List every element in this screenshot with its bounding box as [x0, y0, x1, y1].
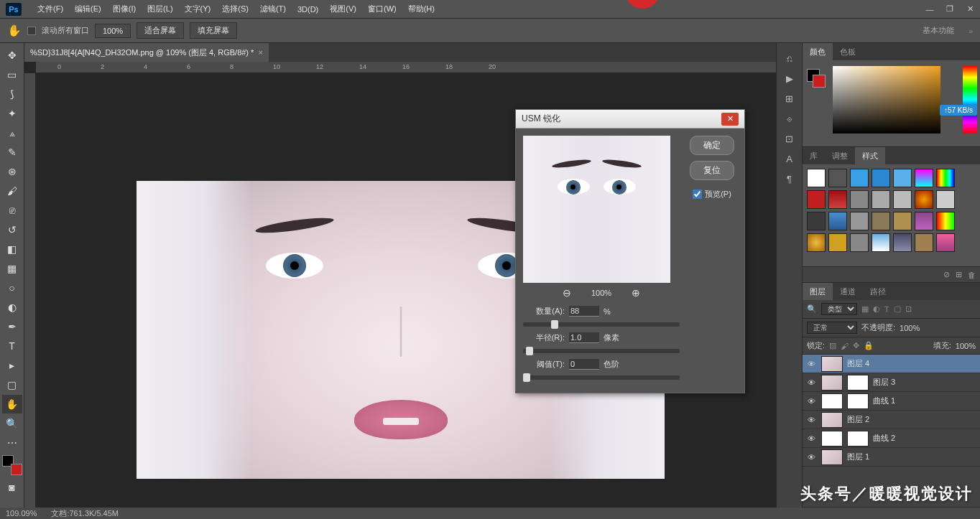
menu-file[interactable]: 文件(F): [32, 4, 69, 14]
delete-style-icon[interactable]: 🗑: [968, 271, 976, 279]
window-minimize[interactable]: —: [920, 2, 940, 17]
style-swatch[interactable]: [893, 233, 912, 252]
style-swatch[interactable]: [807, 233, 826, 252]
style-swatch[interactable]: [872, 190, 890, 209]
blend-mode-select[interactable]: 正常: [807, 322, 857, 334]
style-swatch[interactable]: [936, 169, 955, 187]
lock-position-icon[interactable]: ✥: [853, 341, 859, 350]
tab-adjustments[interactable]: 调整: [825, 147, 855, 164]
visibility-toggle-icon[interactable]: 👁: [805, 453, 817, 462]
style-swatch[interactable]: [915, 212, 933, 230]
style-swatch[interactable]: [807, 190, 826, 209]
tab-color[interactable]: 颜色: [803, 43, 833, 60]
dodge-tool[interactable]: ◐: [2, 298, 22, 317]
style-swatch[interactable]: [850, 212, 869, 230]
opacity-value[interactable]: 100%: [900, 324, 920, 332]
eyedropper-tool[interactable]: ✎: [2, 143, 22, 162]
style-swatch[interactable]: [807, 212, 826, 230]
background-color[interactable]: [11, 464, 22, 475]
menu-edit[interactable]: 编辑(E): [69, 4, 107, 14]
tab-close-icon[interactable]: ×: [258, 48, 262, 57]
layer-row[interactable]: 👁曲线 1: [803, 392, 980, 411]
workspace-switcher[interactable]: 基本功能: [914, 23, 963, 38]
style-swatch[interactable]: [850, 169, 869, 187]
filter-shape-icon[interactable]: ▢: [894, 304, 901, 314]
dialog-titlebar[interactable]: USM 锐化 ✕: [516, 110, 744, 128]
layer-mask-thumbnail[interactable]: [847, 393, 869, 409]
style-swatch[interactable]: [893, 190, 912, 209]
visibility-toggle-icon[interactable]: 👁: [805, 397, 817, 406]
radius-slider[interactable]: [523, 349, 680, 353]
brush-settings-icon[interactable]: ⊡: [780, 129, 800, 148]
path-select-tool[interactable]: ▸: [2, 356, 22, 375]
lock-trans-icon[interactable]: ▨: [829, 341, 836, 350]
tab-paths[interactable]: 路径: [863, 283, 893, 300]
tab-channels[interactable]: 通道: [833, 283, 863, 300]
crop-tool[interactable]: ⟁: [2, 123, 22, 142]
style-swatch[interactable]: [828, 212, 847, 230]
brushes-panel-icon[interactable]: ⟐: [780, 109, 800, 128]
menu-type[interactable]: 文字(Y): [179, 4, 217, 14]
marquee-tool[interactable]: ▭: [2, 65, 22, 84]
quickmask-toggle[interactable]: ◙: [2, 478, 22, 497]
style-swatch[interactable]: [893, 169, 912, 187]
style-swatch[interactable]: [850, 190, 869, 209]
filter-pixel-icon[interactable]: ▦: [861, 304, 869, 314]
document-tab[interactable]: %SD}31J8[4{A[N4Q_DH32OM.png @ 109% (图层 4…: [24, 43, 269, 62]
layer-thumbnail[interactable]: [821, 393, 843, 409]
filter-smart-icon[interactable]: ⊡: [905, 304, 912, 314]
amount-slider[interactable]: [523, 322, 680, 327]
menu-view[interactable]: 视图(V): [324, 4, 362, 14]
menu-layer[interactable]: 图层(L): [142, 4, 178, 14]
window-maximize[interactable]: ❐: [940, 2, 960, 17]
tab-swatches[interactable]: 色板: [833, 43, 863, 60]
amount-input[interactable]: [569, 306, 599, 317]
style-swatch[interactable]: [872, 212, 890, 230]
fill-screen-button[interactable]: 填充屏幕: [190, 22, 237, 39]
menu-image[interactable]: 图像(I): [107, 4, 142, 14]
visibility-toggle-icon[interactable]: 👁: [805, 378, 817, 387]
shape-tool[interactable]: ▢: [2, 375, 22, 394]
status-zoom[interactable]: 109.09%: [6, 509, 37, 518]
lock-pixels-icon[interactable]: 🖌: [841, 342, 849, 350]
style-swatch[interactable]: [936, 212, 955, 230]
preview-checkbox-input[interactable]: [693, 190, 702, 199]
layer-row[interactable]: 👁图层 3: [803, 373, 980, 392]
layer-mask-thumbnail[interactable]: [847, 375, 869, 391]
hue-slider[interactable]: [963, 66, 977, 134]
clear-style-icon[interactable]: ⊘: [943, 270, 950, 279]
menu-window[interactable]: 窗口(W): [362, 4, 402, 14]
stamp-tool[interactable]: ⎚: [2, 201, 22, 220]
status-doc-size[interactable]: 文档:761.3K/5.45M: [51, 508, 119, 519]
layer-row[interactable]: 👁曲线 2: [803, 429, 980, 448]
visibility-toggle-icon[interactable]: 👁: [805, 416, 817, 424]
new-style-icon[interactable]: ⊞: [956, 270, 962, 279]
ok-button[interactable]: 确定: [690, 136, 734, 155]
filter-adjust-icon[interactable]: ◐: [873, 304, 880, 314]
layer-row[interactable]: 👁图层 1: [803, 448, 980, 467]
style-swatch[interactable]: [915, 190, 933, 209]
pen-tool[interactable]: ✒: [2, 317, 22, 336]
filter-kind-select[interactable]: 类型: [821, 303, 857, 315]
filter-type-icon[interactable]: T: [884, 305, 889, 314]
layer-row[interactable]: 👁图层 4: [803, 355, 980, 373]
type-tool[interactable]: T: [2, 337, 22, 355]
radius-input[interactable]: [569, 332, 599, 343]
foreground-background-colors[interactable]: [2, 455, 22, 475]
fill-value[interactable]: 100%: [956, 342, 976, 350]
lock-all-icon[interactable]: 🔒: [864, 341, 874, 350]
move-tool[interactable]: ✥: [2, 46, 22, 65]
zoom-100-button[interactable]: 100%: [95, 24, 131, 38]
actions-panel-icon[interactable]: ▶: [780, 69, 800, 88]
blur-tool[interactable]: ○: [2, 279, 22, 297]
menu-3d[interactable]: 3D(D): [292, 5, 324, 14]
healing-tool[interactable]: ⊛: [2, 162, 22, 181]
brush-tool[interactable]: 🖌: [2, 182, 22, 200]
visibility-toggle-icon[interactable]: 👁: [805, 434, 817, 443]
edit-toolbar[interactable]: ⋯: [2, 434, 22, 452]
tab-styles[interactable]: 样式: [855, 147, 885, 164]
filter-preview[interactable]: [523, 136, 670, 283]
style-swatch[interactable]: [850, 233, 869, 252]
history-panel-icon[interactable]: ⎌: [780, 49, 800, 67]
reset-button[interactable]: 复位: [690, 161, 734, 180]
